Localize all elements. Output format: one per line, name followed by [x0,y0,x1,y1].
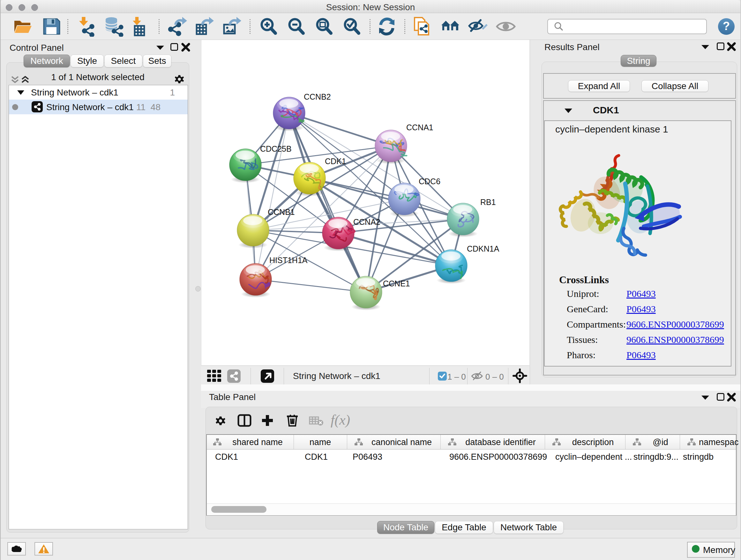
svg-text:HIST1H1A: HIST1H1A [269,256,308,265]
svg-text:CCNA2: CCNA2 [353,217,381,226]
svg-text:CCNE1: CCNE1 [383,279,410,288]
svg-text:CCNA1: CCNA1 [406,123,433,132]
svg-text:RB1: RB1 [480,198,496,206]
svg-text:CCNB2: CCNB2 [304,92,331,101]
svg-text:CCNB1: CCNB1 [268,207,295,216]
svg-text:CDKN1A: CDKN1A [467,244,499,253]
svg-text:CDC25B: CDC25B [260,144,292,153]
svg-text:CDK1: CDK1 [325,157,346,166]
svg-text:CDC6: CDC6 [419,177,441,186]
